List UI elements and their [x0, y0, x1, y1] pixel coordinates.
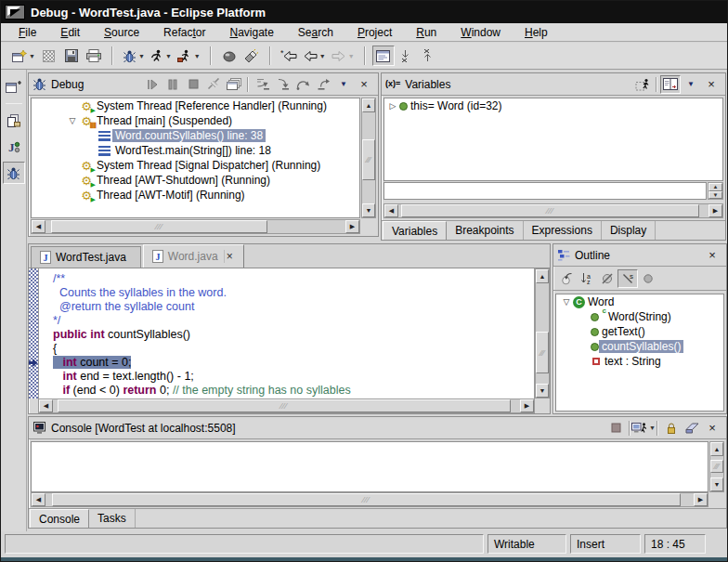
code-line[interactable]: /**: [40, 272, 534, 286]
scrollbar-thumb[interactable]: ⁄⁄⁄: [536, 332, 549, 373]
scroll-right-icon[interactable]: ▶: [694, 493, 708, 506]
toggle-editor-button[interactable]: [372, 46, 395, 66]
terminate-button[interactable]: [605, 419, 626, 438]
scrollbar-thumb[interactable]: ⁄⁄⁄: [52, 493, 681, 506]
open-type-button[interactable]: [218, 46, 240, 66]
tree-item[interactable]: text : String: [556, 354, 723, 369]
new-wizard-button[interactable]: ▼: [9, 46, 38, 66]
scroll-left-icon[interactable]: ◀: [32, 493, 46, 506]
expander-open-icon[interactable]: ▽: [560, 297, 573, 307]
step-return-button[interactable]: [313, 75, 333, 94]
debug-view-titlebar[interactable]: Debug ▼×: [29, 73, 378, 96]
next-annotation-button[interactable]: [395, 46, 417, 66]
menu-help[interactable]: Help: [513, 24, 560, 41]
show-type-names-button[interactable]: [632, 75, 653, 94]
hide-nonpublic-button[interactable]: [638, 269, 658, 288]
scroll-right-icon[interactable]: ▶: [708, 204, 722, 217]
code-line[interactable]: public int countSyllables(): [40, 328, 534, 342]
title-bar[interactable]: Debug - WordTest.java - Eclipse Platform: [1, 1, 727, 23]
expander-open-icon[interactable]: ▽: [66, 116, 79, 125]
external-tools-button[interactable]: ▼: [175, 46, 203, 66]
save-button[interactable]: [60, 46, 83, 66]
tab-console[interactable]: Console: [30, 509, 89, 528]
close-button[interactable]: ×: [702, 419, 722, 438]
scroll-down-icon[interactable]: ▼: [710, 477, 723, 491]
dropdown-arrow-icon[interactable]: ▼: [319, 53, 326, 59]
tab-variables[interactable]: Variables: [383, 221, 447, 240]
scroll-right-icon[interactable]: ▶: [520, 399, 534, 412]
window-menu-icon[interactable]: [5, 5, 25, 20]
close-icon[interactable]: ×: [224, 250, 235, 263]
menu-window[interactable]: Window: [448, 24, 513, 41]
disconnect-button[interactable]: [203, 75, 224, 94]
detail-pane-scrollbar[interactable]: ▲▼: [708, 182, 723, 200]
console-vertical-scrollbar[interactable]: ▲ ⁄⁄⁄ ▼: [709, 441, 724, 492]
editor-horizontal-scrollbar[interactable]: ◀ ⁄⁄⁄ ▶: [38, 399, 535, 413]
tree-item[interactable]: ⚙▶System Thread [Signal Dispatcher] (Run…: [32, 158, 359, 173]
code-line[interactable]: */: [40, 314, 534, 328]
tree-item[interactable]: ⚙▶Thread [AWT-Motif] (Running): [32, 188, 359, 203]
tree-item[interactable]: ▷this= Word (id=32): [384, 98, 722, 113]
tree-item[interactable]: ⚙▶System Thread [Reference Handler] (Run…: [32, 98, 359, 113]
scrollbar-thumb[interactable]: ⁄⁄⁄: [362, 139, 375, 180]
variables-horizontal-scrollbar[interactable]: ◀ ⁄⁄⁄ ▶: [384, 203, 723, 218]
scrollbar-thumb[interactable]: ⁄⁄⁄: [51, 220, 267, 233]
scroll-down-icon[interactable]: ▼: [536, 384, 549, 398]
debug-horizontal-scrollbar[interactable]: ◀ ⁄⁄⁄ ▶: [31, 219, 360, 234]
editor-tab-wordtest-java[interactable]: JWordTest.java: [31, 246, 141, 268]
hide-fields-button[interactable]: [597, 269, 618, 288]
code-line-current[interactable]: int count = 0;: [40, 356, 534, 370]
show-detail-pane-button[interactable]: [660, 75, 681, 94]
search-button[interactable]: [240, 46, 263, 66]
clear-console-button[interactable]: [682, 419, 702, 438]
scroll-up-icon[interactable]: ▲: [708, 183, 722, 191]
code-line[interactable]: {: [40, 342, 534, 356]
console-view-titlebar[interactable]: Console [WordTest at localhost:5508] ▼×: [29, 417, 726, 439]
scroll-up-icon[interactable]: ▲: [536, 269, 549, 283]
tree-item[interactable]: WordTest.main(String[]) line: 18: [32, 143, 359, 158]
scroll-lock-button[interactable]: [661, 419, 682, 438]
resource-perspective-button[interactable]: [3, 110, 25, 132]
menu-edit[interactable]: Edit: [48, 24, 92, 41]
menu-refactor[interactable]: Refactor: [151, 24, 217, 41]
tree-item[interactable]: ▽⚙▮▮Thread [main] (Suspended): [32, 113, 359, 128]
scroll-left-icon[interactable]: ◀: [39, 399, 53, 412]
hide-static-button[interactable]: s: [618, 269, 638, 288]
menu-navigate[interactable]: Navigate: [217, 24, 285, 41]
menu-project[interactable]: Project: [345, 24, 404, 41]
close-button[interactable]: ×: [702, 246, 722, 265]
scrollbar-thumb[interactable]: ⁄⁄⁄: [58, 399, 511, 412]
console-horizontal-scrollbar[interactable]: ◀ ⁄⁄⁄ ▶: [31, 492, 708, 507]
print-button[interactable]: [83, 46, 105, 66]
sort-az-button[interactable]: az: [577, 269, 597, 288]
tree-item[interactable]: getText(): [556, 324, 723, 339]
debug-button[interactable]: ▼: [120, 46, 148, 66]
tab-breakpoints[interactable]: Breakpoints: [447, 221, 523, 240]
dropdown-arrow-icon[interactable]: ▼: [165, 53, 172, 59]
menu-search[interactable]: Search: [286, 24, 345, 41]
previous-annotation-button[interactable]: [417, 46, 439, 66]
step-with-filters-button[interactable]: [252, 75, 272, 94]
tab-tasks[interactable]: Tasks: [89, 509, 136, 528]
back-button[interactable]: ▼: [300, 46, 329, 66]
code-line[interactable]: @return the syllable count: [40, 300, 534, 314]
run-button[interactable]: ▼: [148, 46, 175, 66]
remove-terminated-button[interactable]: [224, 75, 244, 94]
expander-closed-icon[interactable]: ▷: [386, 101, 399, 111]
dropdown-arrow-icon[interactable]: ▼: [348, 53, 355, 59]
resume-button[interactable]: [142, 75, 162, 94]
scroll-up-icon[interactable]: ▲: [362, 98, 375, 112]
dropdown-arrow-icon[interactable]: ▼: [29, 53, 35, 59]
scroll-up-icon[interactable]: ▲: [710, 442, 723, 456]
open-perspective-button[interactable]: [3, 75, 25, 98]
step-over-button[interactable]: [292, 75, 313, 94]
dropdown-arrow-icon[interactable]: ▼: [194, 53, 201, 59]
scroll-down-icon[interactable]: ▼: [362, 203, 375, 217]
scroll-left-icon[interactable]: ◀: [32, 220, 46, 233]
select-console-button[interactable]: ▼: [633, 419, 654, 438]
editor-marker-bar[interactable]: [29, 268, 39, 399]
outline-view-titlebar[interactable]: Outline ×: [553, 244, 726, 267]
tree-item[interactable]: cWord(String): [556, 309, 723, 324]
save-all-button[interactable]: [38, 46, 60, 66]
tab-display[interactable]: Display: [602, 221, 656, 240]
